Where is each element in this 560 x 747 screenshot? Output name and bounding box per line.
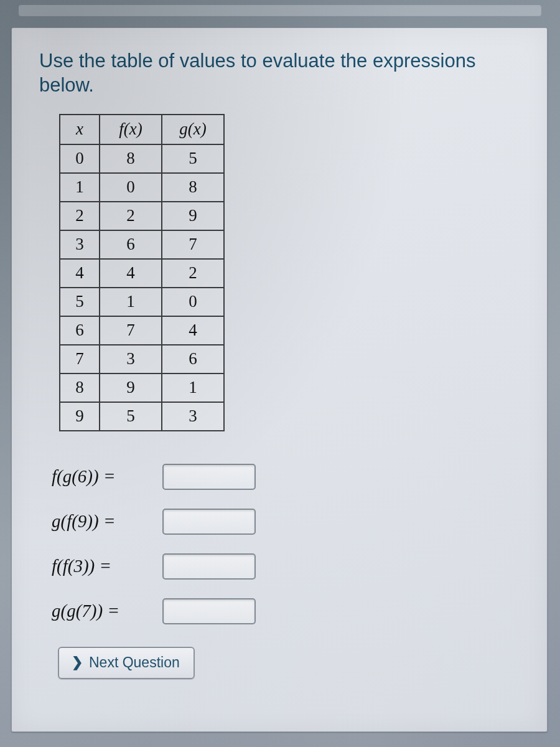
cell-x: 5: [60, 288, 100, 316]
cell-x: 0: [60, 144, 100, 173]
table-row: 2 2 9: [60, 202, 224, 230]
table-row: 9 5 3: [60, 402, 224, 431]
table-row: 4 4 2: [60, 259, 224, 288]
question-prompt: Use the table of values to evaluate the …: [39, 49, 530, 98]
expression-label: g(f(9)) =: [52, 511, 162, 532]
cell-fx: 0: [100, 173, 162, 202]
header-gx: g(x): [162, 115, 224, 144]
cell-fx: 7: [100, 316, 162, 345]
answer-input-1[interactable]: [162, 464, 256, 490]
cell-gx: 0: [162, 288, 224, 316]
chevron-right-icon: ❯: [72, 654, 83, 670]
cell-fx: 8: [100, 144, 162, 173]
table-row: 6 7 4: [60, 316, 224, 345]
table-row: 0 8 5: [60, 144, 224, 173]
cell-x: 6: [60, 316, 100, 345]
cell-gx: 2: [162, 259, 224, 288]
next-question-label: Next Question: [89, 654, 180, 671]
values-table-wrap: x f(x) g(x) 0 8 5 1 0 8 2 2: [59, 114, 530, 431]
expression-row: f(f(3)) =: [52, 553, 530, 580]
expression-row: g(f(9)) =: [52, 509, 530, 535]
expression-label: f(g(6)) =: [52, 466, 162, 487]
cell-gx: 4: [162, 316, 224, 345]
cell-gx: 6: [162, 345, 224, 374]
cell-fx: 6: [100, 230, 162, 259]
cell-fx: 1: [100, 288, 162, 316]
cell-gx: 5: [162, 144, 224, 173]
expressions-section: f(g(6)) = g(f(9)) = f(f(3)) = g(g(7)) =: [52, 464, 530, 624]
cell-x: 4: [60, 259, 100, 288]
cell-gx: 8: [162, 173, 224, 202]
header-x: x: [60, 115, 100, 144]
cell-x: 7: [60, 345, 100, 374]
header-fx: f(x): [100, 115, 162, 144]
cell-fx: 2: [100, 202, 162, 230]
cell-x: 2: [60, 202, 100, 230]
cell-x: 3: [60, 230, 100, 259]
cell-fx: 4: [100, 259, 162, 288]
table-row: 1 0 8: [60, 173, 224, 202]
expression-label: g(g(7)) =: [52, 601, 162, 621]
question-panel: Use the table of values to evaluate the …: [11, 27, 548, 732]
table-row: 5 1 0: [60, 288, 224, 316]
expression-row: g(g(7)) =: [52, 598, 530, 624]
cell-x: 1: [60, 173, 100, 202]
answer-input-2[interactable]: [162, 509, 256, 535]
cell-x: 8: [60, 374, 100, 402]
cell-fx: 9: [100, 374, 162, 402]
table-row: 7 3 6: [60, 345, 224, 374]
expression-label: f(f(3)) =: [52, 556, 162, 576]
values-table: x f(x) g(x) 0 8 5 1 0 8 2 2: [59, 114, 225, 431]
cell-x: 9: [60, 402, 100, 431]
cell-gx: 9: [162, 202, 224, 230]
answer-input-3[interactable]: [162, 553, 256, 580]
cell-gx: 1: [162, 374, 224, 402]
next-question-button[interactable]: ❯ Next Question: [58, 647, 195, 679]
table-row: 8 9 1: [60, 374, 224, 402]
cell-fx: 3: [100, 345, 162, 374]
cell-gx: 3: [162, 402, 224, 431]
answer-input-4[interactable]: [162, 598, 256, 624]
expression-row: f(g(6)) =: [52, 464, 530, 490]
cell-gx: 7: [162, 230, 224, 259]
table-row: 3 6 7: [60, 230, 224, 259]
table-header-row: x f(x) g(x): [60, 115, 224, 144]
cell-fx: 5: [100, 402, 162, 431]
previous-card-edge: [19, 5, 541, 16]
